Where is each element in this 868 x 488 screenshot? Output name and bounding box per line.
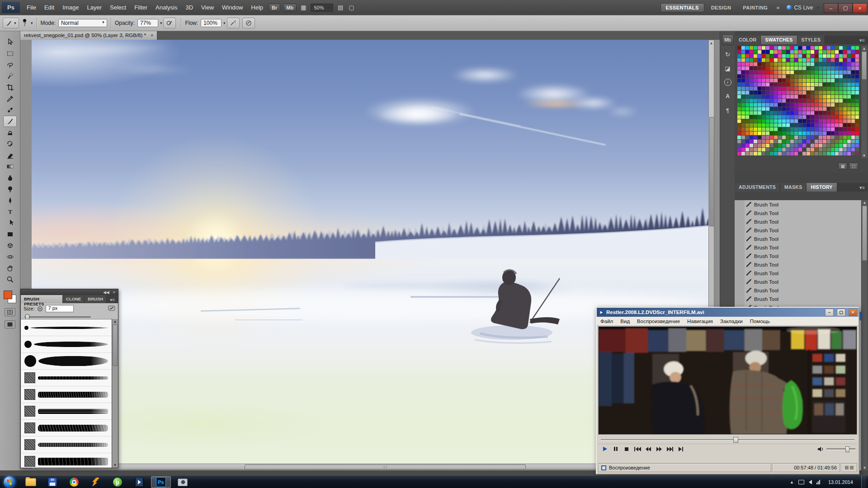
flow-field[interactable]: 100% <box>201 19 222 27</box>
swatch-tile[interactable] <box>835 66 839 70</box>
swatch-tile[interactable] <box>847 79 851 82</box>
swatch-tile[interactable] <box>851 91 855 94</box>
tool-pen[interactable] <box>3 195 17 206</box>
swatch-tile[interactable] <box>819 58 822 62</box>
swatch-tile[interactable] <box>794 75 798 78</box>
swatch-tile[interactable] <box>786 87 790 90</box>
swatch-tile[interactable] <box>835 91 839 94</box>
swatch-tile[interactable] <box>770 123 774 127</box>
swatch-tile[interactable] <box>790 115 794 119</box>
swatch-tile[interactable] <box>794 66 798 70</box>
swatches-scrollbar[interactable]: ▲ ▼ <box>861 46 867 158</box>
taskbar-capture-icon[interactable] <box>173 476 193 488</box>
swatch-tile[interactable] <box>778 46 782 50</box>
swatch-tile[interactable] <box>778 140 782 143</box>
swatch-tile[interactable] <box>807 152 810 155</box>
tool-crop[interactable] <box>3 82 17 93</box>
swatch-tile[interactable] <box>745 111 749 115</box>
swatch-tile[interactable] <box>819 91 822 94</box>
swatch-tile[interactable] <box>798 66 802 70</box>
swatch-tile[interactable] <box>766 115 769 119</box>
swatch-tile[interactable] <box>835 111 839 115</box>
swatch-tile[interactable] <box>741 107 745 111</box>
swatch-tile[interactable] <box>745 75 749 78</box>
swatch-tile[interactable] <box>754 111 757 115</box>
swatch-tile[interactable] <box>794 79 798 82</box>
swatch-tile[interactable] <box>741 115 745 119</box>
swatch-tile[interactable] <box>758 46 761 50</box>
swatch-tile[interactable] <box>823 131 826 135</box>
swatch-tile[interactable] <box>766 79 769 82</box>
swatch-tile[interactable] <box>819 75 822 78</box>
swatch-tile[interactable] <box>786 119 790 123</box>
swatch-tile[interactable] <box>766 70 769 74</box>
swatch-tile[interactable] <box>778 66 782 70</box>
swatch-tile[interactable] <box>835 107 839 111</box>
info-icon[interactable]: i <box>722 77 733 87</box>
swatch-tile[interactable] <box>774 123 778 127</box>
paragraph-panel-icon[interactable]: ¶ <box>722 105 733 115</box>
swatch-tile[interactable] <box>762 107 765 111</box>
swatch-tile[interactable] <box>843 87 847 90</box>
swatch-tile[interactable] <box>823 83 826 86</box>
swatch-tile[interactable] <box>782 70 786 74</box>
brush-preset-5[interactable] <box>21 403 112 420</box>
swatch-tile[interactable] <box>815 103 818 107</box>
swatch-tile[interactable] <box>819 103 822 107</box>
swatch-tile[interactable] <box>794 148 798 151</box>
swatch-tile[interactable] <box>766 127 769 131</box>
swatch-tile[interactable] <box>762 62 765 66</box>
swatch-tile[interactable] <box>823 136 826 139</box>
swatch-tile[interactable] <box>741 75 745 78</box>
swatch-tile[interactable] <box>794 140 798 143</box>
history-row-9[interactable]: Brush Tool <box>735 277 862 286</box>
swatch-tile[interactable] <box>802 123 806 127</box>
swatch-tile[interactable] <box>790 140 794 143</box>
swatch-tile[interactable] <box>835 62 839 66</box>
swatch-tile[interactable] <box>802 75 806 78</box>
swatch-tile[interactable] <box>770 54 774 58</box>
swatch-tile[interactable] <box>778 144 782 147</box>
taskbar-clock[interactable]: 13.01.2014 <box>825 479 857 485</box>
swatch-tile[interactable] <box>843 99 847 103</box>
swatch-tile[interactable] <box>745 87 749 90</box>
swatch-tile[interactable] <box>851 99 855 103</box>
swatch-tile[interactable] <box>811 136 814 139</box>
swatch-tile[interactable] <box>774 46 778 50</box>
swatch-tile[interactable] <box>794 46 798 50</box>
swatch-tile[interactable] <box>798 127 802 131</box>
swatch-tile[interactable] <box>847 95 851 99</box>
menu-item-1[interactable]: Edit <box>40 0 58 15</box>
swatch-tile[interactable] <box>737 99 741 103</box>
swatch-tile[interactable] <box>831 91 835 94</box>
swatch-tile[interactable] <box>758 87 761 90</box>
swatch-tile[interactable] <box>745 50 749 54</box>
swatch-tile[interactable] <box>807 70 810 74</box>
swatch-tile[interactable] <box>774 79 778 82</box>
swatch-tile[interactable] <box>811 95 814 99</box>
tool-gradient[interactable] <box>3 161 17 172</box>
swatch-tile[interactable] <box>835 136 839 139</box>
swatch-tile[interactable] <box>762 75 765 78</box>
swatch-tile[interactable] <box>778 99 782 103</box>
swatch-tile[interactable] <box>847 54 851 58</box>
swatch-tile[interactable] <box>855 46 859 50</box>
hidden-icons-button[interactable]: ▲ <box>790 480 794 484</box>
swatch-tile[interactable] <box>754 131 757 135</box>
swatch-tile[interactable] <box>831 144 835 147</box>
swatch-tile[interactable] <box>807 50 810 54</box>
swatch-tile[interactable] <box>762 66 765 70</box>
document-tab[interactable]: rekvest_snegpole_01.psd @ 50% (Layer 3, … <box>20 30 157 40</box>
swatch-tile[interactable] <box>855 95 859 99</box>
swatch-tile[interactable] <box>851 95 855 99</box>
swatch-tile[interactable] <box>782 95 786 99</box>
swatch-tile[interactable] <box>807 119 810 123</box>
swatch-tile[interactable] <box>774 148 778 151</box>
swatch-tile[interactable] <box>839 127 843 131</box>
swatch-tile[interactable] <box>754 62 757 66</box>
player-maximize-button[interactable]: ▢ <box>837 309 845 316</box>
swatch-tile[interactable] <box>774 144 778 147</box>
swatch-tile[interactable] <box>811 127 814 131</box>
swatch-tile[interactable] <box>770 87 774 90</box>
swatch-tile[interactable] <box>815 95 818 99</box>
